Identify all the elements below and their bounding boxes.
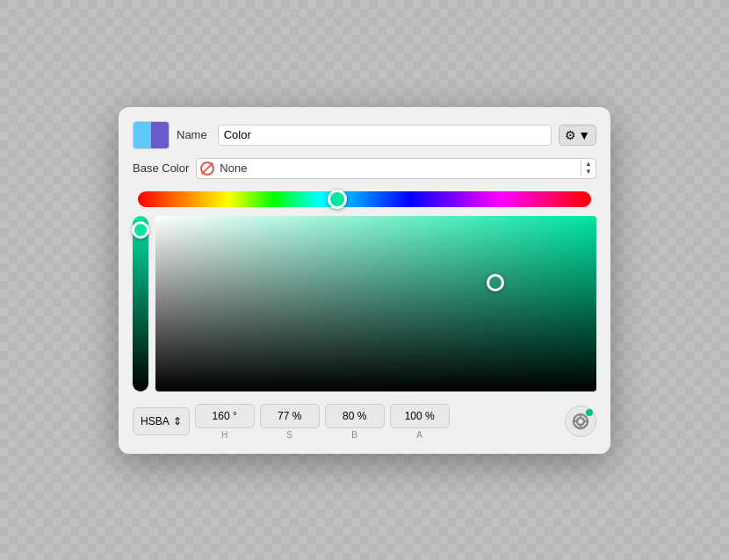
gear-button[interactable]: ⚙ ▼	[559, 125, 596, 146]
name-input[interactable]	[218, 125, 552, 146]
brightness-thumb[interactable]	[132, 221, 149, 239]
color-preview	[133, 121, 170, 149]
hue-slider-container	[133, 191, 596, 207]
none-icon	[200, 162, 214, 176]
name-label: Name	[177, 128, 207, 141]
brightness-slider[interactable]	[133, 216, 148, 391]
mode-label: HSBA	[141, 415, 170, 427]
gear-icon: ⚙	[565, 128, 576, 142]
saturation-input[interactable]	[260, 404, 320, 428]
svg-point-1	[577, 418, 584, 425]
stepper-down-icon[interactable]: ▼	[585, 169, 592, 176]
saturation-axis-label: S	[286, 430, 292, 440]
mode-stepper-icon: ⇕	[173, 415, 182, 427]
base-color-row: Base Color None ▲ ▼	[133, 158, 596, 179]
brightness-axis-label: B	[351, 430, 357, 440]
hue-value-box: H	[195, 404, 255, 440]
base-color-label: Base Color	[133, 162, 189, 175]
brightness-input[interactable]	[325, 404, 385, 428]
wheel-dot	[586, 409, 593, 416]
base-color-select[interactable]: None ▲ ▼	[196, 158, 596, 179]
alpha-value-box: A	[390, 404, 450, 440]
base-color-stepper[interactable]: ▲ ▼	[581, 161, 592, 176]
alpha-axis-label: A	[416, 430, 422, 440]
hue-input[interactable]	[195, 404, 255, 428]
alpha-input[interactable]	[390, 404, 450, 428]
brightness-value-box: B	[325, 404, 385, 440]
saturation-value-box: S	[260, 404, 320, 440]
picker-area	[133, 216, 596, 391]
base-color-value: None	[220, 162, 575, 175]
bottom-row: HSBA ⇕ H S B A	[133, 404, 596, 440]
color-wheel-button[interactable]	[565, 406, 596, 437]
stepper-up-icon[interactable]: ▲	[585, 161, 592, 168]
color-picker-panel: Name ⚙ ▼ Base Color None ▲ ▼	[119, 107, 610, 454]
mode-select[interactable]: HSBA ⇕	[133, 407, 190, 435]
hue-axis-label: H	[221, 430, 227, 440]
picker-cursor[interactable]	[487, 274, 504, 291]
hue-thumb[interactable]	[328, 190, 347, 209]
color-picker-box[interactable]	[155, 216, 596, 391]
chevron-down-icon: ▼	[578, 128, 590, 142]
name-row: Name ⚙ ▼	[133, 121, 596, 149]
dark-gradient	[155, 216, 596, 391]
hue-track[interactable]	[138, 191, 591, 207]
